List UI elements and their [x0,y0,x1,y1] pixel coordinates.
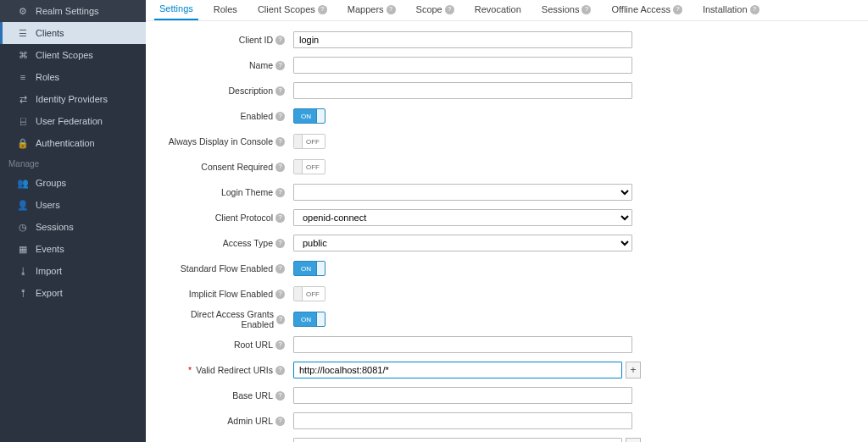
label-login-theme: Login Theme? [166,187,293,197]
tab-label: Settings [159,3,193,14]
sidebar-item-label: Events [36,244,64,254]
list-icon: ☰ [17,27,29,39]
select-client-protocol[interactable]: openid-connect [293,209,632,226]
label-always-display: Always Display in Console? [166,136,293,146]
add-redirect-uri-button[interactable]: + [626,362,641,378]
sidebar-manage-section: 👥 Groups 👤 Users ◷ Sessions ▦ Events ⭳ I… [0,172,146,304]
sidebar-item-label: Client Scopes [36,50,93,60]
input-name[interactable] [293,57,632,74]
label-implicit-flow: Implicit Flow Enabled? [166,289,293,299]
user-icon: 👤 [17,199,29,211]
toggle-consent[interactable]: OFF [293,159,326,174]
help-icon[interactable]: ? [275,290,285,299]
input-root-url[interactable] [293,336,632,353]
help-icon[interactable]: ? [275,137,285,146]
help-icon[interactable]: ? [750,5,760,14]
label-root-url: Root URL? [166,340,293,350]
help-icon[interactable]: ? [445,5,454,14]
sidebar-item-label: Authentication [36,138,95,148]
main-area: Settings Roles Client Scopes ? Mappers ?… [146,0,868,442]
clock-icon: ◷ [17,221,29,233]
sidebar-item-label: Identity Providers [36,94,108,104]
input-redirect-uri[interactable] [293,362,622,378]
label-description: Description? [166,86,293,96]
sidebar-item-roles[interactable]: ≡ Roles [0,66,146,88]
help-icon[interactable]: ? [318,5,327,14]
toggle-enabled[interactable]: ON [293,108,326,124]
help-icon[interactable]: ? [275,86,285,96]
sidebar-item-authentication[interactable]: 🔒 Authentication [0,132,146,154]
help-icon[interactable]: ? [581,5,591,14]
sidebar-item-export[interactable]: ⭱ Export [0,282,146,304]
toggle-standard-flow[interactable]: ON [293,261,326,276]
tab-roles[interactable]: Roles [209,0,242,20]
input-base-url[interactable] [293,387,632,404]
sidebar-item-label: Users [36,200,60,210]
label-admin-url: Admin URL? [166,416,293,426]
tab-installation[interactable]: Installation ? [698,0,765,20]
tab-offline-access[interactable]: Offline Access ? [606,0,687,20]
client-form: Client ID? Name? Description? Enabled? O… [146,21,868,442]
help-icon[interactable]: ? [673,5,682,14]
help-icon[interactable]: ? [275,417,285,426]
label-standard-flow: Standard Flow Enabled? [166,263,293,273]
sidebar-item-users[interactable]: 👤 Users [0,194,146,216]
sidebar: ⚙ Realm Settings ☰ Clients ⌘ Client Scop… [0,0,146,442]
tab-sessions[interactable]: Sessions ? [537,0,597,20]
tab-revocation[interactable]: Revocation [470,0,526,20]
help-icon[interactable]: ? [275,61,285,70]
tab-label: Installation [703,4,748,14]
tab-scope[interactable]: Scope ? [411,0,459,20]
toggle-direct-access[interactable]: ON [293,312,326,327]
sidebar-item-label: Sessions [36,222,74,232]
sliders-icon: ⚙ [17,5,29,17]
bars-icon: ≡ [17,71,29,83]
help-icon[interactable]: ? [275,163,285,172]
add-web-origin-button[interactable]: + [626,438,641,442]
help-icon[interactable]: ? [275,340,285,350]
help-icon[interactable]: ? [275,239,285,248]
upload-icon: ⭱ [17,287,29,299]
help-icon[interactable]: ? [275,391,285,401]
tab-mappers[interactable]: Mappers ? [342,0,401,20]
help-icon[interactable]: ? [275,112,285,121]
label-redirect-uris: *Valid Redirect URIs? [166,365,293,375]
input-description[interactable] [293,82,632,99]
toggle-always-display[interactable]: OFF [293,134,326,149]
help-icon[interactable]: ? [275,366,285,375]
input-admin-url[interactable] [293,412,632,429]
sidebar-item-import[interactable]: ⭳ Import [0,260,146,282]
exchange-icon: ⇄ [17,93,29,105]
tab-label: Roles [214,4,237,14]
sidebar-item-client-scopes[interactable]: ⌘ Client Scopes [0,44,146,66]
sidebar-item-label: User Federation [36,116,103,126]
sidebar-item-groups[interactable]: 👥 Groups [0,172,146,194]
select-login-theme[interactable] [293,184,632,201]
sidebar-item-sessions[interactable]: ◷ Sessions [0,216,146,238]
sidebar-item-label: Import [36,266,62,276]
help-icon[interactable]: ? [275,36,285,45]
main-scroll[interactable]: Settings Roles Client Scopes ? Mappers ?… [146,0,868,442]
sidebar-section-manage: Manage [0,154,146,172]
lock-icon: 🔒 [17,137,29,149]
help-icon[interactable]: ? [275,188,285,197]
sidebar-item-user-federation[interactable]: ⌸ User Federation [0,110,146,132]
tab-settings[interactable]: Settings [154,0,198,20]
sidebar-item-realm-settings[interactable]: ⚙ Realm Settings [0,0,146,22]
tab-client-scopes[interactable]: Client Scopes ? [253,0,332,20]
label-base-url: Base URL? [166,390,293,401]
help-icon[interactable]: ? [276,315,285,324]
sidebar-item-events[interactable]: ▦ Events [0,238,146,260]
input-web-origins[interactable] [293,438,622,442]
calendar-icon: ▦ [17,243,29,255]
select-access-type[interactable]: public [293,235,632,251]
sidebar-item-label: Export [36,288,63,298]
help-icon[interactable]: ? [275,264,285,273]
sidebar-item-identity-providers[interactable]: ⇄ Identity Providers [0,88,146,110]
tags-icon: ⌘ [17,49,29,61]
sidebar-item-clients[interactable]: ☰ Clients [0,22,146,44]
input-client-id[interactable] [293,31,632,48]
toggle-implicit-flow[interactable]: OFF [293,286,326,301]
help-icon[interactable]: ? [387,5,396,14]
help-icon[interactable]: ? [275,213,285,223]
